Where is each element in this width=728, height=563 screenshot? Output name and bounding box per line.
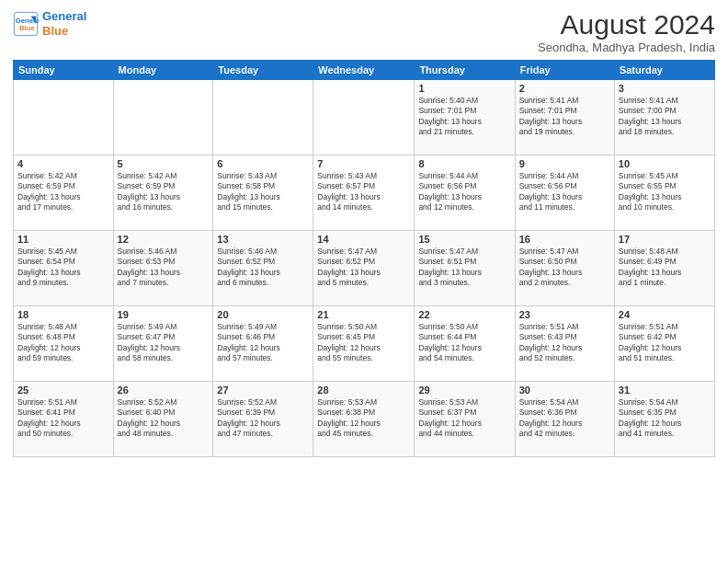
day-number: 18 xyxy=(17,309,109,320)
day-number: 21 xyxy=(317,309,410,320)
cell-3-1: 19Sunrise: 5:49 AMSunset: 6:47 PMDayligh… xyxy=(113,306,213,382)
cell-info: Sunrise: 5:51 AMSunset: 6:42 PMDaylight:… xyxy=(619,322,711,364)
day-number: 22 xyxy=(418,309,510,320)
cell-info: Sunrise: 5:49 AMSunset: 6:46 PMDaylight:… xyxy=(217,322,309,364)
cell-info: Sunrise: 5:41 AMSunset: 7:00 PMDaylight:… xyxy=(619,96,711,138)
cell-info: Sunrise: 5:48 AMSunset: 6:49 PMDaylight:… xyxy=(619,247,711,289)
day-number: 16 xyxy=(519,234,610,245)
cell-2-1: 12Sunrise: 5:46 AMSunset: 6:53 PMDayligh… xyxy=(113,231,213,306)
day-number: 6 xyxy=(217,158,309,169)
cell-1-4: 8Sunrise: 5:44 AMSunset: 6:56 PMDaylight… xyxy=(415,155,515,231)
cell-0-3 xyxy=(313,80,415,155)
day-number: 10 xyxy=(619,158,711,169)
logo-icon: General Blue xyxy=(13,11,39,37)
logo-blue: Blue xyxy=(42,24,68,38)
cell-2-4: 15Sunrise: 5:47 AMSunset: 6:51 PMDayligh… xyxy=(415,231,515,306)
calendar-table: Sunday Monday Tuesday Wednesday Thursday… xyxy=(13,60,715,457)
day-number: 9 xyxy=(519,158,610,169)
cell-info: Sunrise: 5:54 AMSunset: 6:36 PMDaylight:… xyxy=(519,397,610,440)
day-number: 25 xyxy=(17,385,109,396)
day-number: 7 xyxy=(317,158,410,169)
cell-info: Sunrise: 5:52 AMSunset: 6:40 PMDaylight:… xyxy=(118,397,210,440)
logo: General Blue General Blue xyxy=(13,9,86,38)
day-number: 24 xyxy=(619,309,711,320)
cell-info: Sunrise: 5:43 AMSunset: 6:57 PMDaylight:… xyxy=(317,171,410,213)
cell-info: Sunrise: 5:51 AMSunset: 6:43 PMDaylight:… xyxy=(519,322,610,364)
cell-info: Sunrise: 5:49 AMSunset: 6:47 PMDaylight:… xyxy=(118,322,210,364)
cell-info: Sunrise: 5:45 AMSunset: 6:54 PMDaylight:… xyxy=(17,247,109,289)
location: Seondha, Madhya Pradesh, India xyxy=(538,40,715,54)
cell-info: Sunrise: 5:47 AMSunset: 6:50 PMDaylight:… xyxy=(519,247,610,289)
cell-info: Sunrise: 5:46 AMSunset: 6:52 PMDaylight:… xyxy=(217,247,309,289)
cell-info: Sunrise: 5:54 AMSunset: 6:35 PMDaylight:… xyxy=(619,397,711,440)
cell-0-6: 3Sunrise: 5:41 AMSunset: 7:00 PMDaylight… xyxy=(614,80,714,155)
cell-1-5: 9Sunrise: 5:44 AMSunset: 6:56 PMDaylight… xyxy=(515,155,614,231)
cell-2-6: 17Sunrise: 5:48 AMSunset: 6:49 PMDayligh… xyxy=(614,231,714,306)
day-number: 28 xyxy=(317,385,410,396)
cell-4-5: 30Sunrise: 5:54 AMSunset: 6:36 PMDayligh… xyxy=(515,382,614,457)
cell-4-0: 25Sunrise: 5:51 AMSunset: 6:41 PMDayligh… xyxy=(14,382,114,457)
cell-info: Sunrise: 5:40 AMSunset: 7:01 PMDaylight:… xyxy=(418,96,510,138)
day-number: 26 xyxy=(118,385,210,396)
day-number: 1 xyxy=(418,83,510,94)
day-number: 30 xyxy=(519,385,610,396)
calendar-body: 1Sunrise: 5:40 AMSunset: 7:01 PMDaylight… xyxy=(14,80,715,457)
cell-2-3: 14Sunrise: 5:47 AMSunset: 6:52 PMDayligh… xyxy=(313,231,415,306)
cell-0-2 xyxy=(213,80,313,155)
day-number: 14 xyxy=(317,234,410,245)
svg-text:Blue: Blue xyxy=(19,24,35,32)
cell-2-5: 16Sunrise: 5:47 AMSunset: 6:50 PMDayligh… xyxy=(515,231,614,306)
cell-4-4: 29Sunrise: 5:53 AMSunset: 6:37 PMDayligh… xyxy=(415,382,515,457)
col-saturday: Saturday xyxy=(614,61,714,80)
day-number: 20 xyxy=(217,309,309,320)
cell-info: Sunrise: 5:42 AMSunset: 6:59 PMDaylight:… xyxy=(17,171,109,213)
cell-0-5: 2Sunrise: 5:41 AMSunset: 7:01 PMDaylight… xyxy=(515,80,614,155)
cell-info: Sunrise: 5:53 AMSunset: 6:37 PMDaylight:… xyxy=(418,397,510,440)
col-wednesday: Wednesday xyxy=(313,61,415,80)
cell-info: Sunrise: 5:47 AMSunset: 6:52 PMDaylight:… xyxy=(317,247,410,289)
cell-info: Sunrise: 5:51 AMSunset: 6:41 PMDaylight:… xyxy=(17,397,109,440)
day-number: 5 xyxy=(118,158,210,169)
day-number: 15 xyxy=(418,234,510,245)
cell-1-0: 4Sunrise: 5:42 AMSunset: 6:59 PMDaylight… xyxy=(14,155,114,231)
week-row-1: 4Sunrise: 5:42 AMSunset: 6:59 PMDaylight… xyxy=(14,155,715,231)
col-sunday: Sunday xyxy=(14,61,114,80)
cell-1-1: 5Sunrise: 5:42 AMSunset: 6:59 PMDaylight… xyxy=(113,155,213,231)
day-number: 27 xyxy=(217,385,309,396)
cell-1-2: 6Sunrise: 5:43 AMSunset: 6:58 PMDaylight… xyxy=(213,155,313,231)
cell-4-3: 28Sunrise: 5:53 AMSunset: 6:38 PMDayligh… xyxy=(313,382,415,457)
cell-4-1: 26Sunrise: 5:52 AMSunset: 6:40 PMDayligh… xyxy=(113,382,213,457)
day-number: 12 xyxy=(118,234,210,245)
week-row-2: 11Sunrise: 5:45 AMSunset: 6:54 PMDayligh… xyxy=(14,231,715,306)
day-number: 4 xyxy=(17,158,109,169)
logo-text: General Blue xyxy=(42,9,86,38)
cell-info: Sunrise: 5:44 AMSunset: 6:56 PMDaylight:… xyxy=(519,171,610,213)
page: General Blue General Blue August 2024 Se… xyxy=(0,0,728,563)
week-row-4: 25Sunrise: 5:51 AMSunset: 6:41 PMDayligh… xyxy=(14,382,715,457)
cell-0-0 xyxy=(14,80,114,155)
cell-info: Sunrise: 5:52 AMSunset: 6:39 PMDaylight:… xyxy=(217,397,309,440)
week-row-0: 1Sunrise: 5:40 AMSunset: 7:01 PMDaylight… xyxy=(14,80,715,155)
cell-info: Sunrise: 5:50 AMSunset: 6:45 PMDaylight:… xyxy=(317,322,410,364)
cell-3-0: 18Sunrise: 5:48 AMSunset: 6:48 PMDayligh… xyxy=(14,306,114,382)
day-number: 31 xyxy=(619,385,711,396)
cell-0-1 xyxy=(113,80,213,155)
header: General Blue General Blue August 2024 Se… xyxy=(13,9,715,54)
cell-3-4: 22Sunrise: 5:50 AMSunset: 6:44 PMDayligh… xyxy=(415,306,515,382)
cell-info: Sunrise: 5:44 AMSunset: 6:56 PMDaylight:… xyxy=(418,171,510,213)
cell-info: Sunrise: 5:53 AMSunset: 6:38 PMDaylight:… xyxy=(317,397,410,440)
day-number: 23 xyxy=(519,309,610,320)
header-row: Sunday Monday Tuesday Wednesday Thursday… xyxy=(14,61,715,80)
cell-info: Sunrise: 5:45 AMSunset: 6:55 PMDaylight:… xyxy=(619,171,711,213)
cell-3-6: 24Sunrise: 5:51 AMSunset: 6:42 PMDayligh… xyxy=(614,306,714,382)
day-number: 8 xyxy=(418,158,510,169)
cell-info: Sunrise: 5:42 AMSunset: 6:59 PMDaylight:… xyxy=(118,171,210,213)
day-number: 13 xyxy=(217,234,309,245)
logo-general: General xyxy=(42,9,86,23)
cell-3-3: 21Sunrise: 5:50 AMSunset: 6:45 PMDayligh… xyxy=(313,306,415,382)
cell-1-3: 7Sunrise: 5:43 AMSunset: 6:57 PMDaylight… xyxy=(313,155,415,231)
cell-info: Sunrise: 5:46 AMSunset: 6:53 PMDaylight:… xyxy=(118,247,210,289)
day-number: 29 xyxy=(418,385,510,396)
cell-3-2: 20Sunrise: 5:49 AMSunset: 6:46 PMDayligh… xyxy=(213,306,313,382)
week-row-3: 18Sunrise: 5:48 AMSunset: 6:48 PMDayligh… xyxy=(14,306,715,382)
